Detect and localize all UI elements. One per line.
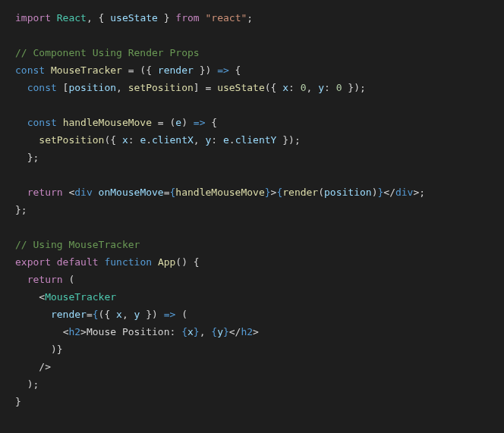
code-line: }; [15,152,39,163]
code-line: render={({ x, y }) => ( [15,309,187,320]
code-line: // Using MouseTracker [15,239,140,250]
code-line: export default function App() { [15,256,200,268]
code-line: <MouseTracker [15,291,116,303]
code-line: const MouseTracker = ({ render }) => { [15,64,241,76]
code-line [15,30,21,41]
code-line: } [15,396,21,407]
code-line: /> [15,361,51,372]
code-line: // Component Using Render Props [15,47,200,58]
code-line: import React, { useState } from "react"; [15,12,253,24]
code-line: const handleMouseMove = (e) => { [15,117,217,128]
code-line: return <div onMouseMove={handleMouseMove… [15,187,425,198]
code-line [15,99,21,111]
code-line: )} [15,344,63,355]
code-line [15,221,21,233]
code-block: import React, { useState } from "react";… [15,9,489,410]
code-line: <h2>Mouse Position: {x}, {y}</h2> [15,326,259,337]
code-line: return ( [15,274,74,285]
code-line: setPosition({ x: e.clientX, y: e.clientY… [15,134,301,146]
code-line: }; [15,204,27,215]
code-line: ); [15,378,39,390]
code-line [15,169,21,180]
code-line: const [position, setPosition] = useState… [15,82,366,93]
